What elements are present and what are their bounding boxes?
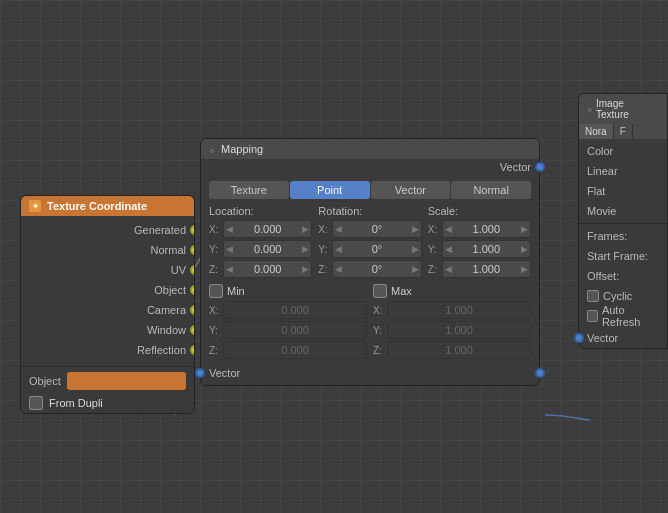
tab-point[interactable]: Point (290, 181, 370, 199)
min-section: Min X: 0.000 Y: 0.000 Z: (209, 284, 367, 361)
rot-y-row: Y: ◀ 0° ▶ (318, 240, 421, 258)
node-row-object: Object (21, 280, 194, 300)
texture-coordinate-node: ✦ Texture Coordinate Generated Normal UV… (20, 195, 195, 414)
scale-y-row: Y: ◀ 1.000 ▶ (428, 240, 531, 258)
node-header-texture-coord: ✦ Texture Coordinate (21, 196, 194, 216)
min-z-input[interactable]: 0.000 (223, 341, 367, 359)
max-section: Max X: 1.000 Y: 1.000 Z: (373, 284, 531, 361)
node-row-generated: Generated (21, 220, 194, 240)
max-z-row: Z: 1.000 (373, 341, 531, 359)
it-tabs: Nora F (579, 124, 667, 139)
it-row-autorefresh: Auto Refresh (579, 306, 667, 326)
tab-vector[interactable]: Vector (371, 181, 451, 199)
mapping-node-body: Texture Point Vector Normal Location: X:… (201, 175, 539, 385)
mapping-node-title: Mapping (221, 143, 263, 155)
scale-y-input[interactable]: ◀ 1.000 ▶ (442, 240, 531, 258)
mapping-field-groups: Location: X: ◀ 0.000 ▶ Y: ◀ 0.000 ▶ (209, 205, 531, 280)
cyclic-checkbox[interactable] (587, 290, 599, 302)
rotation-group: Rotation: X: ◀ 0° ▶ Y: ◀ 0° ▶ (318, 205, 421, 280)
fromdupli-checkbox[interactable] (29, 396, 43, 410)
loc-y-input[interactable]: ◀ 0.000 ▶ (223, 240, 312, 258)
it-socket-vector-in[interactable] (574, 333, 584, 343)
scale-x-row: X: ◀ 1.000 ▶ (428, 220, 531, 238)
min-x-row: X: 0.000 (209, 301, 367, 319)
it-tab-nora[interactable]: Nora (579, 124, 614, 139)
mapping-vector-top: Vector (201, 159, 539, 175)
socket-generated[interactable] (190, 225, 195, 235)
socket-camera[interactable] (190, 305, 195, 315)
tab-texture[interactable]: Texture (209, 181, 289, 199)
it-row-cyclic: Cyclic (579, 286, 667, 306)
socket-vector-in[interactable] (535, 162, 545, 172)
max-x-row: X: 1.000 (373, 301, 531, 319)
it-divider (579, 223, 667, 224)
autorefresh-checkbox[interactable] (587, 310, 598, 322)
loc-x-row: X: ◀ 0.000 ▶ (209, 220, 312, 238)
max-z-input[interactable]: 1.000 (387, 341, 531, 359)
min-header: Min (209, 284, 367, 298)
it-title: Image Texture (596, 98, 659, 120)
max-header: Max (373, 284, 531, 298)
it-row-movie: Movie (579, 201, 667, 221)
min-y-input[interactable]: 0.000 (223, 321, 367, 339)
it-icon: ⬦ (587, 104, 592, 114)
min-x-input[interactable]: 0.000 (223, 301, 367, 319)
max-x-input[interactable]: 1.000 (387, 301, 531, 319)
mapping-node-header: ⬦ Mapping (201, 139, 539, 159)
socket-vector-out[interactable] (535, 368, 545, 378)
min-y-row: Y: 0.000 (209, 321, 367, 339)
it-header: ⬦ Image Texture (579, 94, 667, 124)
socket-reflection[interactable] (190, 345, 195, 355)
node-row-uv: UV (21, 260, 194, 280)
min-z-row: Z: 0.000 (209, 341, 367, 359)
max-y-input[interactable]: 1.000 (387, 321, 531, 339)
node-fromdupli-row: From Dupli (21, 393, 194, 413)
it-tab-f[interactable]: F (614, 124, 633, 139)
socket-vector-out-left[interactable] (195, 368, 205, 378)
tab-normal[interactable]: Normal (451, 181, 531, 199)
it-row-flat: Flat (579, 181, 667, 201)
socket-window[interactable] (190, 325, 195, 335)
min-checkbox[interactable] (209, 284, 223, 298)
mapping-header-icon: ⬦ (209, 144, 215, 155)
rot-z-row: Z: ◀ 0° ▶ (318, 260, 421, 278)
scale-x-input[interactable]: ◀ 1.000 ▶ (442, 220, 531, 238)
mapping-tabs: Texture Point Vector Normal (209, 181, 531, 199)
node-row-reflection: Reflection (21, 340, 194, 360)
node-icon-texture-coord: ✦ (29, 200, 41, 212)
it-row-startframe: Start Frame: (579, 246, 667, 266)
node-object-field[interactable] (67, 372, 186, 390)
loc-z-input[interactable]: ◀ 0.000 ▶ (223, 260, 312, 278)
location-group: Location: X: ◀ 0.000 ▶ Y: ◀ 0.000 ▶ (209, 205, 312, 280)
it-row-linear: Linear (579, 161, 667, 181)
it-row-color: Color (579, 141, 667, 161)
node-title-texture-coord: Texture Coordinate (47, 200, 147, 212)
minmax-row: Min X: 0.000 Y: 0.000 Z: (209, 284, 531, 361)
loc-y-row: Y: ◀ 0.000 ▶ (209, 240, 312, 258)
max-checkbox[interactable] (373, 284, 387, 298)
loc-z-row: Z: ◀ 0.000 ▶ (209, 260, 312, 278)
max-y-row: Y: 1.000 (373, 321, 531, 339)
scale-z-input[interactable]: ◀ 1.000 ▶ (442, 260, 531, 278)
it-row-frames: Frames: (579, 226, 667, 246)
rot-z-input[interactable]: ◀ 0° ▶ (332, 260, 421, 278)
socket-object[interactable] (190, 285, 195, 295)
node-object-row: Object (21, 369, 194, 393)
socket-normal[interactable] (190, 245, 195, 255)
socket-uv[interactable] (190, 265, 195, 275)
scale-group: Scale: X: ◀ 1.000 ▶ Y: ◀ 1.000 ▶ (428, 205, 531, 280)
node-output-rows: Generated Normal UV Object Camera Window… (21, 216, 194, 364)
it-row-offset: Offset: (579, 266, 667, 286)
rot-y-input[interactable]: ◀ 0° ▶ (332, 240, 421, 258)
node-row-window: Window (21, 320, 194, 340)
loc-x-input[interactable]: ◀ 0.000 ▶ (223, 220, 312, 238)
it-vector-row: Vector (579, 328, 667, 348)
scale-z-row: Z: ◀ 1.000 ▶ (428, 260, 531, 278)
mapping-vector-bottom-row: Vector (209, 367, 531, 379)
node-row-camera: Camera (21, 300, 194, 320)
rot-x-input[interactable]: ◀ 0° ▶ (332, 220, 421, 238)
node-row-normal: Normal (21, 240, 194, 260)
rot-x-row: X: ◀ 0° ▶ (318, 220, 421, 238)
image-texture-node: ⬦ Image Texture Nora F Color Linear Flat… (578, 93, 668, 349)
it-output-rows: Color Linear Flat Movie Frames: Start Fr… (579, 139, 667, 328)
